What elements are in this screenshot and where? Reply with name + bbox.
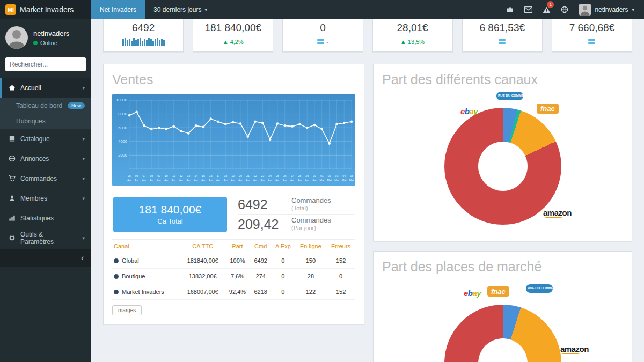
- chevron-down-icon: ▾: [82, 156, 85, 161]
- rue-du-commerce-logo: RUE DU COMMERCE: [526, 284, 553, 293]
- svg-text:04: 04: [342, 174, 346, 178]
- sidebar-item-statistiques[interactable]: Statistiques: [0, 208, 91, 228]
- chevron-down-icon: ▾: [82, 85, 85, 91]
- search-input[interactable]: [5, 57, 86, 71]
- svg-text:16: 16: [209, 174, 213, 178]
- sidebar-item-accueil[interactable]: Accueil ▾: [0, 78, 91, 98]
- svg-text:Avr: Avr: [135, 179, 139, 182]
- ventes-line-chart: 20004000600080001000005Avr06Avr07Avr08Av…: [112, 94, 355, 186]
- svg-text:Mai: Mai: [320, 179, 324, 182]
- gears-icon: [9, 234, 16, 241]
- svg-text:01: 01: [320, 174, 324, 178]
- svg-text:07: 07: [143, 174, 146, 178]
- channel-dot-icon: [114, 274, 119, 279]
- kpi-commandes-par-jour: 209,42 Commandes(Par jour): [238, 215, 354, 234]
- user-status[interactable]: Online: [33, 40, 69, 46]
- svg-text:14: 14: [194, 174, 197, 178]
- new-badge: New: [68, 102, 85, 109]
- svg-text:Avr: Avr: [231, 179, 235, 182]
- svg-text:10: 10: [165, 174, 168, 178]
- app-logo[interactable]: MI Market Invaders: [0, 0, 91, 19]
- svg-text:03: 03: [335, 174, 339, 178]
- fnac-logo: fnac: [487, 286, 509, 297]
- svg-text:Avr: Avr: [172, 179, 176, 182]
- chevron-down-icon: ▾: [82, 136, 85, 142]
- sidebar-item-membres[interactable]: Membres ▾: [0, 188, 91, 208]
- svg-text:30: 30: [313, 174, 316, 178]
- mail-icon[interactable]: [519, 0, 537, 19]
- svg-text:Avr: Avr: [224, 179, 228, 182]
- svg-text:05: 05: [350, 174, 353, 178]
- trend-up-icon: ▲ 4,2%: [223, 39, 244, 45]
- svg-text:27: 27: [291, 174, 294, 178]
- svg-text:Avr: Avr: [209, 179, 213, 182]
- alert-icon[interactable]: 1: [537, 0, 555, 19]
- svg-text:Avr: Avr: [283, 179, 287, 182]
- svg-text:Avr: Avr: [186, 179, 191, 182]
- avatar: [5, 26, 28, 49]
- sidebar-item-annonces[interactable]: Annonces ▾: [0, 149, 91, 168]
- svg-text:Avr: Avr: [275, 179, 280, 182]
- period-dropdown[interactable]: 30 derniers jours ▾: [145, 0, 216, 19]
- svg-text:21: 21: [246, 174, 250, 178]
- user-menu[interactable]: netinvaders ▾: [574, 4, 640, 16]
- sidebar-item-tableau-de-bord[interactable]: Tableau de bord New: [0, 98, 91, 113]
- svg-text:11: 11: [172, 174, 175, 178]
- svg-text:13: 13: [187, 174, 190, 178]
- sidebar-item-outils-parametres[interactable]: Outils & Paramètres ▾: [0, 228, 91, 248]
- ca-total-box: 181 840,00€ Ca Total: [113, 197, 227, 232]
- svg-text:02: 02: [328, 174, 331, 178]
- globe-icon[interactable]: [555, 0, 574, 19]
- svg-text:12: 12: [180, 174, 183, 178]
- equal-icon: [317, 39, 324, 44]
- svg-text:24: 24: [268, 174, 272, 178]
- canaux-donut-chart: [444, 108, 561, 225]
- period-label: 30 derniers jours: [153, 6, 201, 13]
- chevron-down-icon: ▾: [632, 7, 634, 12]
- svg-text:Avr: Avr: [179, 179, 184, 182]
- svg-text:Mai: Mai: [349, 179, 354, 182]
- channel-dot-icon: [114, 258, 119, 263]
- table-row: Boutique 13832,00€ 7,6% 274 0 28 0: [112, 269, 355, 284]
- svg-text:Avr: Avr: [194, 179, 198, 182]
- book-icon: [9, 135, 16, 142]
- marges-button[interactable]: marges: [112, 305, 142, 315]
- svg-text:06: 06: [135, 174, 138, 178]
- globe-icon: [9, 155, 16, 162]
- sidebar-item-catalogue[interactable]: Catalogue ▾: [0, 129, 91, 149]
- topbar-actions: 1 netinvaders ▾: [501, 0, 644, 19]
- channels-table: Canal CA TTC Part Cmd A Exp En ligne Err…: [112, 239, 355, 300]
- svg-text:Avr: Avr: [261, 179, 265, 182]
- sidebar-item-rubriques[interactable]: Rubriques: [0, 113, 91, 129]
- svg-text:15: 15: [202, 174, 205, 178]
- main-content: COMMANDES 6492 VENTES 181 840,00€ ▲ 4,2%…: [91, 0, 644, 362]
- sidebar-collapse[interactable]: ‹: [0, 249, 91, 267]
- sidebar-submenu-accueil: Tableau de bord New Rubriques: [0, 98, 91, 129]
- svg-text:4000: 4000: [118, 139, 127, 144]
- svg-text:Avr: Avr: [127, 179, 131, 182]
- chevron-down-icon: ▾: [204, 7, 207, 12]
- svg-text:Avr: Avr: [157, 179, 161, 182]
- panel-title-ventes: Ventes: [112, 72, 355, 87]
- stat-value: 6492: [107, 22, 180, 34]
- svg-text:Avr: Avr: [164, 179, 169, 182]
- equal-icon: [588, 39, 595, 44]
- ca-total-label: Ca Total: [157, 217, 182, 225]
- svg-text:Avr: Avr: [216, 179, 221, 182]
- sidebar-item-commandes[interactable]: Commandes ▾: [0, 168, 91, 188]
- svg-text:17: 17: [217, 174, 220, 178]
- stat-value: 28,01€: [376, 22, 449, 34]
- notification-badge: 1: [547, 1, 554, 8]
- svg-text:26: 26: [283, 174, 287, 178]
- svg-text:Avr: Avr: [305, 179, 309, 182]
- home-icon: [9, 84, 16, 91]
- logo-icon: MI: [5, 4, 16, 15]
- stat-value: 6 861,53€: [466, 22, 539, 34]
- box-icon[interactable]: [501, 0, 519, 19]
- tab-net-invaders[interactable]: Net Invaders: [91, 0, 145, 19]
- stat-value: 7 660,68€: [555, 22, 628, 34]
- user-icon: [9, 195, 16, 202]
- chevron-down-icon: ▾: [82, 235, 85, 241]
- svg-text:20: 20: [239, 174, 242, 178]
- svg-text:2000: 2000: [118, 153, 127, 158]
